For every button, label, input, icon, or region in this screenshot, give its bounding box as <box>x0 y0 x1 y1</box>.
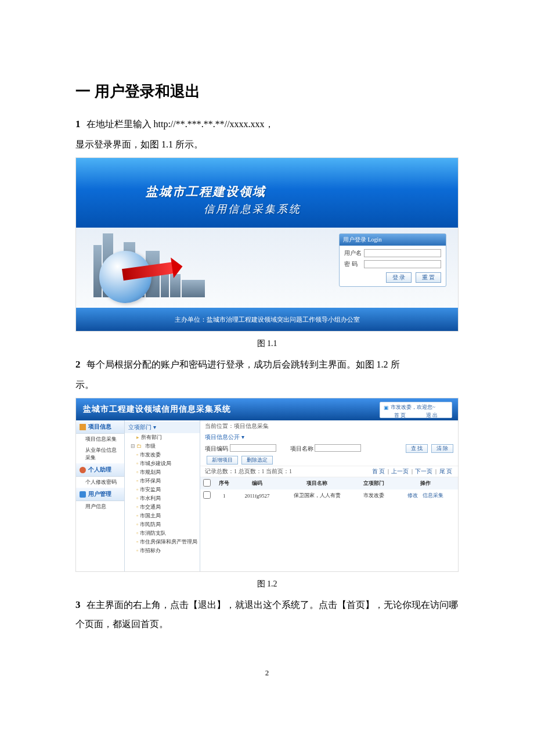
page-icon: ▫ <box>136 469 138 475</box>
figure-1-1: 盐城市工程建设领域 信用信息采集系统 用户登录 Login 用户名 密 码 <box>75 157 459 332</box>
nav-item-change-password[interactable]: 个人修改密码 <box>76 477 124 488</box>
th-ops: 操作 <box>393 477 458 489</box>
section-heading: 一 用户登录和退出 <box>75 81 459 102</box>
gear-icon <box>80 491 86 498</box>
page-icon: ▫ <box>136 504 138 510</box>
login-button[interactable]: 登 录 <box>386 272 412 283</box>
tree-node[interactable]: ▫市规划局 <box>125 468 200 477</box>
step2-number: 2 <box>75 359 81 370</box>
filter-name-label: 项目名称 <box>290 445 313 452</box>
page-icon: ▫ <box>136 452 138 458</box>
row-collect-link[interactable]: 信息采集 <box>423 492 443 498</box>
home-link[interactable]: 首 页 <box>394 412 406 419</box>
username-input[interactable] <box>364 249 441 257</box>
fig2-caption: 图 1.2 <box>75 579 459 589</box>
page-icon: ▫ <box>136 530 138 536</box>
page-number: 2 <box>75 668 459 678</box>
cell-name: 保卫国家，人人有责 <box>279 489 355 502</box>
folder-icon <box>80 424 86 430</box>
filter-code-input[interactable] <box>230 444 276 452</box>
login-panel: 用户登录 Login 用户名 密 码 登 录 重 置 <box>339 233 446 287</box>
step2-line2: 示。 <box>75 376 459 394</box>
page-icon: ▫ <box>136 460 138 466</box>
tree-node[interactable]: ▫市发改委 <box>125 451 200 459</box>
tree-node[interactable]: ▫市招标办 <box>125 546 200 555</box>
tree-node[interactable]: ▫市交通局 <box>125 503 200 512</box>
page-icon: ▫ <box>136 495 138 501</box>
step3-number: 3 <box>75 599 81 610</box>
fig1-buildings-illustration <box>93 233 244 297</box>
fig1-banner-top: 盐城市工程建设领域 信用信息采集系统 <box>76 158 458 228</box>
tab-project-public[interactable]: 项目信息公开 ▾ <box>200 432 458 442</box>
page-icon: ▫ <box>136 487 138 492</box>
page-icon: ▫ <box>136 548 138 553</box>
tree-node[interactable]: ▫市住房保障和房产管理局 <box>125 538 200 546</box>
user-icon: ▣ <box>384 405 389 411</box>
search-button[interactable]: 查 找 <box>406 444 428 453</box>
fig1-caption: 图 1.1 <box>75 339 459 349</box>
step2-line1: 2每个局根据分配的账户和密码进行登录，成功后会跳转到主界面。如图 1.2 所 <box>75 355 459 375</box>
fig2-user-box: ▣ 市发改委，欢迎您~ 首 页 退 出 <box>380 402 452 418</box>
th-code: 编码 <box>235 477 279 489</box>
logout-link[interactable]: 退 出 <box>426 412 438 419</box>
fig1-banner-mid: 用户登录 Login 用户名 密 码 登 录 重 置 <box>76 228 458 309</box>
delete-selected-button[interactable]: 删除选定 <box>241 456 273 465</box>
main-panel: 当前位置：项目信息采集 项目信息公开 ▾ 项目编码 项目名称 查 找 清 除 新… <box>200 420 458 572</box>
th-dept: 立项部门 <box>355 477 393 489</box>
clear-button[interactable]: 清 除 <box>431 444 453 453</box>
step1-line1: 1在地址栏里输入 http://**.***.**.**//xxxx.xxx， <box>75 114 459 134</box>
fig1-title-line2: 信用信息采集系统 <box>204 202 301 216</box>
pager-last[interactable]: 尾 页 <box>439 468 453 474</box>
step1-number: 1 <box>75 118 81 129</box>
pager-summary: 记录总数：1 总页数：1 当前页：1 <box>205 467 292 476</box>
reset-button[interactable]: 重 置 <box>416 272 442 283</box>
pager-next[interactable]: 下一页 <box>415 468 432 474</box>
nav-group-personal[interactable]: 个人助理 <box>76 463 124 477</box>
tree-node[interactable]: ▫市城乡建设局 <box>125 459 200 468</box>
select-all-checkbox[interactable] <box>203 479 211 487</box>
nav-group-project[interactable]: 项目信息 <box>76 420 124 434</box>
tree-header[interactable]: 立项部门 ▾ <box>125 422 200 433</box>
step1-line2: 显示登录界面，如图 1.1 所示。 <box>75 135 459 154</box>
data-table: 序号 编码 项目名称 立项部门 操作 1 2011fg9527 保卫国家，人人有… <box>200 477 458 502</box>
nav-item-user-info[interactable]: 用户信息 <box>76 501 124 512</box>
nav-item-unit-collect[interactable]: 从业单位信息采集 <box>76 445 124 463</box>
fig1-title-line1: 盐城市工程建设领域 <box>146 183 266 200</box>
step3-text: 3在主界面的右上角，点击【退出】，就退出这个系统了。点击【首页】，无论你现在访问… <box>75 595 459 633</box>
password-input[interactable] <box>364 260 441 268</box>
cell-index: 1 <box>213 489 235 502</box>
filter-code-label: 项目编码 <box>205 445 228 452</box>
username-label: 用户名 <box>344 249 364 257</box>
th-name: 项目名称 <box>279 477 355 489</box>
fig1-footer-text: 主办单位：盐城市治理工程建设领域突出问题工作领导小组办公室 <box>76 308 458 331</box>
tree-node[interactable]: ▫市安监局 <box>125 485 200 494</box>
row-edit-link[interactable]: 修改 <box>407 492 418 498</box>
cell-code: 2011fg9527 <box>235 489 279 502</box>
tree-node[interactable]: ▫市消防支队 <box>125 529 200 538</box>
tree-node[interactable]: ▫市国土局 <box>125 512 200 520</box>
nav-group-user[interactable]: 用户管理 <box>76 488 124 501</box>
folder-icon: ▸ <box>136 434 139 440</box>
left-nav: 项目信息 项目信息采集 从业单位信息采集 个人助理 个人修改密码 用户管理 用户… <box>76 420 125 572</box>
tree-node[interactable]: ▸所有部门 <box>125 433 200 442</box>
new-item-button[interactable]: 新增项目 <box>207 456 238 465</box>
tree-node[interactable]: ▫市水利局 <box>125 494 200 503</box>
tree-node[interactable]: ⊟ 🗀 市级 <box>125 442 200 451</box>
page-icon: ▫ <box>136 521 138 527</box>
tree-node[interactable]: ▫市环保局 <box>125 477 200 485</box>
person-icon <box>80 467 86 473</box>
pager-first[interactable]: 首 页 <box>372 468 385 474</box>
login-panel-title: 用户登录 Login <box>340 234 446 246</box>
row-checkbox[interactable] <box>203 491 211 499</box>
pager-prev[interactable]: 上一页 <box>391 468 409 474</box>
figure-1-2: 盐城市工程建设领域信用信息采集系统 ▣ 市发改委，欢迎您~ 首 页 退 出 项目… <box>75 398 459 572</box>
tree-node[interactable]: ▫市民防局 <box>125 520 200 529</box>
filter-name-input[interactable] <box>315 444 361 452</box>
nav-item-project-collect[interactable]: 项目信息采集 <box>76 434 124 445</box>
dept-tree: 立项部门 ▾ ▸所有部门 ⊟ 🗀 市级 ▫市发改委 ▫市城乡建设局 ▫市规划局 … <box>125 420 200 572</box>
welcome-text: 市发改委，欢迎您~ <box>391 404 435 411</box>
page-icon: ▫ <box>136 539 138 545</box>
breadcrumb: 当前位置：项目信息采集 <box>200 420 458 432</box>
table-row: 1 2011fg9527 保卫国家，人人有责 市发改委 修改 信息采集 <box>200 489 458 502</box>
page-icon: ▫ <box>136 478 138 484</box>
